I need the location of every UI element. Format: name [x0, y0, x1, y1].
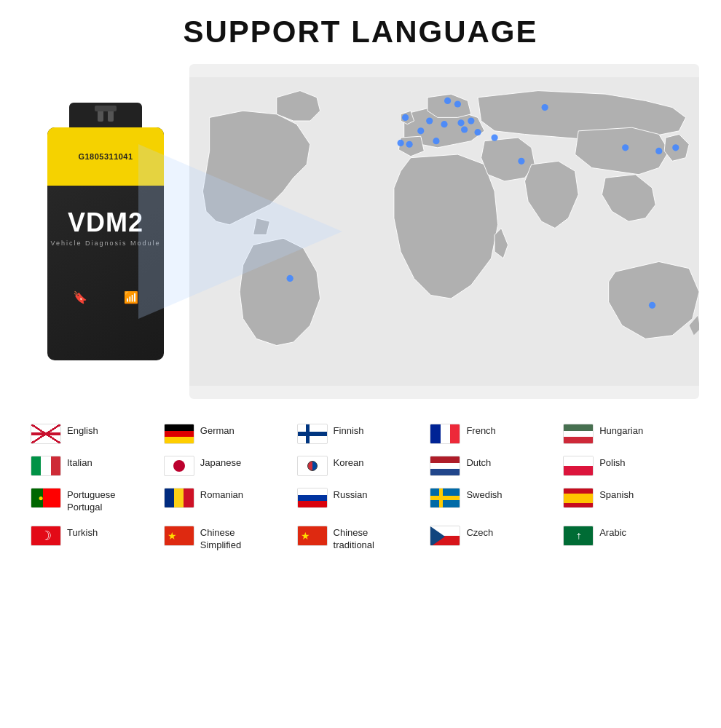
device-brand: VDM2: [68, 207, 143, 238]
svg-point-6: [433, 138, 439, 144]
lang-item-turkish: ☽Turkish: [29, 523, 159, 555]
lang-item-chinese-traditional: ★Chinese traditional: [296, 523, 426, 555]
svg-point-15: [406, 141, 413, 148]
lang-name-chinese-simplified: Chinese Simplified: [200, 526, 241, 552]
flag-cz: [430, 526, 460, 546]
page-title: SUPPORT LANGUAGE: [22, 15, 699, 50]
flag-sa: †: [563, 526, 594, 546]
device-connector: [69, 103, 142, 127]
svg-point-21: [649, 302, 655, 309]
main-section: G1805311041 VDM2 Vehicle Diagnosis Modul…: [22, 57, 699, 406]
lang-item-italian: Italian: [29, 453, 159, 479]
flag-kr: [297, 456, 328, 476]
lang-name-dutch: Dutch: [466, 456, 491, 470]
lang-name-japanese: Japanese: [200, 456, 241, 470]
lang-item-czech: Czech: [428, 523, 559, 555]
flag-fi: [297, 424, 328, 444]
flag-fr: [430, 424, 460, 444]
lang-item-romanian: Romanian: [162, 485, 293, 517]
lang-item-chinese-simplified: ★Chinese Simplified: [162, 523, 293, 555]
lang-item-english: English: [29, 421, 159, 447]
flag-hu: [563, 424, 594, 444]
lang-item-japanese: Japanese: [162, 453, 293, 479]
flag-tr: ☽: [31, 526, 61, 546]
lang-item-hungarian: Hungarian: [562, 421, 692, 447]
device-wrap: G1805311041 VDM2 Vehicle Diagnosis Modul…: [22, 103, 189, 360]
svg-point-3: [454, 100, 461, 107]
flag-cn: ★: [297, 526, 328, 546]
light-beam: [138, 144, 342, 319]
lang-name-polish: Polish: [599, 456, 625, 470]
svg-point-16: [491, 134, 497, 141]
flag-ru: [297, 488, 328, 508]
flag-nl: [430, 456, 460, 476]
bookmark-icon: 🔖: [73, 290, 87, 304]
svg-point-4: [417, 127, 424, 134]
flag-uk: [31, 424, 61, 444]
lang-item-arabic: †Arabic: [562, 523, 692, 555]
lang-item-swedish: Swedish: [428, 485, 559, 517]
lang-name-swedish: Swedish: [466, 488, 502, 502]
flag-se: [430, 488, 460, 508]
svg-point-18: [457, 119, 464, 126]
flag-es: [563, 488, 594, 508]
flag-de: [164, 424, 194, 444]
lang-name-russian: Russian: [334, 488, 368, 502]
lang-item-dutch: Dutch: [428, 453, 559, 479]
svg-point-14: [444, 98, 451, 104]
svg-point-9: [426, 117, 433, 124]
lang-item-finnish: Finnish: [296, 421, 426, 447]
lang-item-polish: Polish: [562, 453, 692, 479]
lang-name-german: German: [200, 424, 235, 438]
svg-point-11: [398, 140, 404, 146]
lang-name-turkish: Turkish: [67, 526, 98, 539]
svg-point-19: [518, 158, 524, 165]
lang-item-korean: Korean: [296, 453, 426, 479]
lang-item-russian: Russian: [296, 485, 426, 517]
flag-pl: [563, 456, 594, 476]
lang-name-spanish: Spanish: [599, 488, 634, 502]
flag-pt: [31, 488, 61, 508]
page: SUPPORT LANGUAGE G1805311041: [0, 0, 721, 728]
svg-point-12: [474, 129, 481, 135]
svg-point-5: [461, 126, 468, 132]
lang-name-portuguese-portugal: Portuguese Portugal: [67, 488, 116, 514]
lang-name-korean: Korean: [334, 456, 364, 470]
lang-name-finnish: Finnish: [334, 424, 364, 438]
wifi-icon: 📶: [124, 290, 138, 304]
svg-point-13: [542, 104, 548, 111]
flag-it: [31, 456, 61, 476]
svg-point-7: [672, 144, 679, 151]
connector-notch: [95, 106, 117, 111]
lang-name-italian: Italian: [67, 456, 92, 470]
svg-point-1: [402, 114, 409, 121]
lang-item-french: French: [428, 421, 559, 447]
device-serial: G1805311041: [78, 152, 133, 161]
lang-name-chinese-traditional: Chinese traditional: [334, 526, 374, 552]
lang-name-arabic: Arabic: [599, 526, 626, 539]
flag-cn: ★: [164, 526, 194, 546]
svg-point-10: [468, 117, 474, 124]
svg-point-8: [655, 148, 662, 154]
lang-item-german: German: [162, 421, 293, 447]
lang-name-hungarian: Hungarian: [599, 424, 643, 438]
lang-name-english: English: [67, 424, 98, 438]
flag-ro: [164, 488, 194, 508]
lang-item-spanish: Spanish: [562, 485, 692, 517]
lang-name-czech: Czech: [466, 526, 493, 539]
svg-point-17: [622, 144, 629, 151]
lang-name-french: French: [466, 424, 495, 438]
language-grid: EnglishGermanFinnishFrenchHungarianItali…: [22, 421, 699, 555]
lang-name-romanian: Romanian: [200, 488, 243, 502]
flag-jp: [164, 456, 194, 476]
device-icons: 🔖 📶: [73, 290, 138, 304]
svg-point-2: [441, 121, 447, 127]
lang-item-portuguese-portugal: Portuguese Portugal: [29, 485, 159, 517]
